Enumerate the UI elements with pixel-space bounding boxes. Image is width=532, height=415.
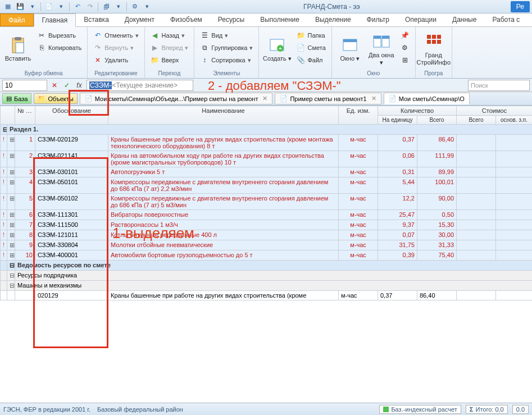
delete-button[interactable]: ✕Удалить: [91, 54, 140, 66]
tab-resources[interactable]: Ресурсы: [210, 13, 252, 26]
col-npp[interactable]: № п.п: [15, 106, 35, 125]
col-cost-total[interactable]: Всего: [457, 116, 496, 125]
tab-document[interactable]: Документ: [117, 13, 162, 26]
db-icon: ▤: [6, 95, 12, 102]
qat-dropdown3-icon[interactable]: ▾: [113, 2, 124, 12]
layout-icon: ⊞: [401, 56, 410, 65]
new-button[interactable]: Ре: [511, 1, 530, 12]
base-tab-button[interactable]: ▤База: [2, 93, 31, 104]
tab-home[interactable]: Главная: [34, 13, 76, 27]
qat-print-icon[interactable]: 🗐: [101, 2, 112, 12]
qat-dropdown-icon[interactable]: ▾: [27, 2, 38, 12]
file-button[interactable]: 📎Файл: [294, 54, 328, 66]
svg-rect-7: [343, 39, 357, 42]
file-tab[interactable]: Файл: [0, 13, 34, 26]
copy-icon: ⎘: [37, 43, 46, 52]
tab-data[interactable]: Данные: [444, 13, 484, 26]
qat-redo-icon[interactable]: ↷: [84, 2, 96, 12]
redo-button[interactable]: ↷Вернуть▾: [91, 42, 140, 53]
window-title: ГРАНД-Смета - ээ: [153, 3, 511, 11]
svg-rect-16: [432, 40, 436, 44]
status-total[interactable]: ΣИтого: 0,0: [466, 405, 508, 414]
window-button[interactable]: Окно ▾: [335, 29, 365, 70]
close-icon[interactable]: ✕: [371, 95, 376, 102]
svg-rect-17: [437, 40, 441, 44]
tab-fizobem[interactable]: Физобъем: [162, 13, 210, 26]
undo-button[interactable]: ↶Отменить▾: [91, 30, 140, 41]
qat-undo-icon[interactable]: ↶: [72, 2, 83, 12]
sheet-tab-2[interactable]: 📄Пример сметы на ремонт1✕: [275, 93, 381, 104]
tab-operations[interactable]: Операции: [397, 13, 444, 26]
cut-button[interactable]: ✂Вырезать: [35, 30, 84, 41]
accept-formula-button[interactable]: ✓: [62, 80, 72, 90]
delete-icon: ✕: [93, 56, 102, 65]
qat-more-icon[interactable]: ⚙: [129, 2, 140, 12]
paste-button[interactable]: Вставить: [3, 29, 33, 70]
qat-dropdown4-icon[interactable]: ▾: [142, 2, 153, 12]
prog-group-label: Програ: [419, 70, 448, 77]
window-icon: [341, 36, 359, 54]
win-opt2-button[interactable]: ⚙: [398, 42, 412, 53]
sigma-icon: Σ: [470, 406, 474, 413]
group-button[interactable]: ⧉Группировка▾: [198, 42, 255, 53]
scissors-icon: ✂: [37, 31, 46, 40]
edit-group-label: Редактирование: [91, 70, 140, 77]
col-qty-total[interactable]: Всего: [417, 116, 457, 125]
sheet-tab-3[interactable]: 📄Мои сметы\Семинар\О: [384, 93, 470, 104]
grand-info-button[interactable]: Гранд СтройИнфо: [419, 29, 448, 70]
up-button[interactable]: 📁Вверх: [148, 54, 191, 66]
col-name[interactable]: Наименование: [108, 106, 339, 125]
fx-button[interactable]: fx: [74, 80, 84, 90]
view-button[interactable]: ☰Вид▾: [198, 30, 255, 41]
grid-icon: [425, 33, 443, 51]
svg-rect-10: [374, 36, 381, 39]
status-mode[interactable]: Баз.-индексный расчет: [379, 405, 461, 414]
folder-up-icon: 📁: [151, 56, 160, 65]
create-icon: +: [268, 36, 286, 54]
data-grid[interactable]: № п.п Обоснование Наименование Ед. изм. …: [0, 106, 532, 300]
sort-button[interactable]: ↕Сортировка▾: [198, 54, 255, 66]
undo-icon: ↶: [93, 31, 102, 40]
copy-button[interactable]: ⎘Копировать: [35, 42, 84, 53]
col-cost[interactable]: Стоимос: [457, 106, 532, 116]
forward-button[interactable]: ▶Вперед▾: [148, 42, 191, 53]
qat-dropdown2-icon[interactable]: ▾: [56, 2, 67, 12]
name-box[interactable]: 10: [2, 80, 47, 91]
paste-label: Вставить: [5, 55, 31, 62]
create-button[interactable]: + Создать ▾: [262, 29, 292, 70]
tab-work[interactable]: Работа с: [484, 13, 528, 26]
sheet-tab-1[interactable]: 📄Мои сметы\Семинар\Объеди...\Пример смет…: [80, 93, 273, 104]
qat-save-icon[interactable]: 💾: [15, 2, 26, 12]
tab-selection[interactable]: Выделение: [307, 13, 359, 26]
col-cost-osn[interactable]: основ. з.п.: [496, 116, 532, 125]
tab-insert[interactable]: Вставка: [76, 13, 117, 26]
col-qty-unit[interactable]: На единицу: [378, 116, 417, 125]
back-button[interactable]: ◀Назад▾: [148, 30, 191, 41]
cancel-formula-button[interactable]: ✕: [49, 80, 60, 90]
objects-tab-button[interactable]: 📁Объекты: [34, 93, 77, 104]
status-val: 0.0: [512, 405, 529, 414]
two-windows-button[interactable]: Два окна ▾: [367, 29, 396, 70]
search-input[interactable]: Поиск: [468, 80, 530, 91]
gear-icon: ⚙: [401, 43, 410, 52]
status-left-1: ГЭСН, ФЕР в редакции 2001 г.: [3, 406, 90, 413]
paste-icon: [9, 36, 27, 54]
col-qty[interactable]: Количество: [378, 106, 457, 116]
col-unit[interactable]: Ед. изм.: [339, 106, 378, 125]
tab-execution[interactable]: Выполнение: [252, 13, 307, 26]
close-icon[interactable]: ✕: [262, 95, 267, 102]
annotation-2-text: 2 - добавляем "СЗЭМ-": [208, 79, 341, 93]
folder-button[interactable]: 📁Папка: [294, 30, 328, 41]
col-osn[interactable]: Обоснование: [35, 106, 108, 125]
win-opt3-button[interactable]: ⊞: [398, 54, 412, 66]
sort-icon: ↕: [200, 56, 209, 65]
win-opt1-button[interactable]: 📌: [398, 30, 412, 41]
smeta-button[interactable]: 📄Смета: [294, 42, 328, 53]
formula-input[interactable]: СЗЭМ-<Текущее значение>: [87, 80, 193, 91]
redo-icon: ↷: [93, 43, 102, 52]
folder-icon: 📁: [296, 31, 305, 40]
doc-icon: 📄: [389, 95, 397, 102]
qat-new-icon[interactable]: 📄: [43, 2, 54, 12]
folder-icon: 📁: [38, 95, 46, 102]
tab-filter[interactable]: Фильтр: [359, 13, 397, 26]
